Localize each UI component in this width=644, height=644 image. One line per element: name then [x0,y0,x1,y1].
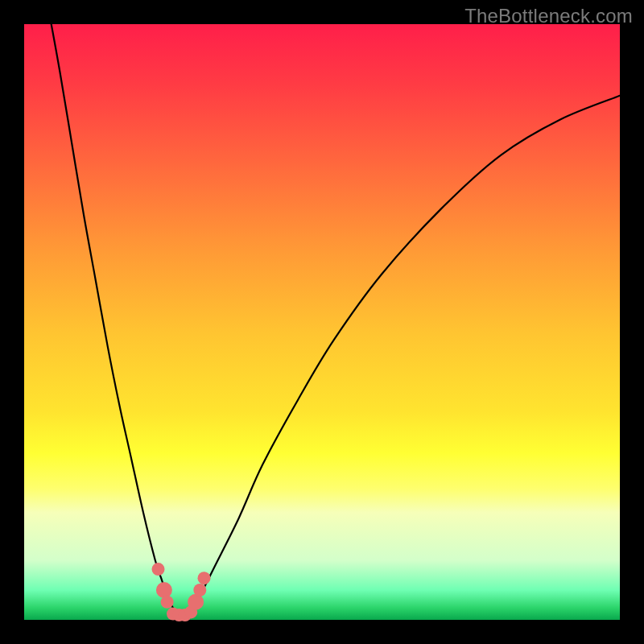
curve-marker [152,563,165,576]
plot-area [24,24,620,620]
curve-marker [161,596,174,609]
curve-marker [193,584,206,597]
curve-marker [156,582,172,598]
curve-marker [188,594,204,610]
curve-marker [198,572,211,584]
bottleneck-curve-path [48,6,620,615]
curve-svg [24,24,620,620]
chart-frame: TheBottleneck.com [0,0,644,644]
marker-group [152,563,211,621]
